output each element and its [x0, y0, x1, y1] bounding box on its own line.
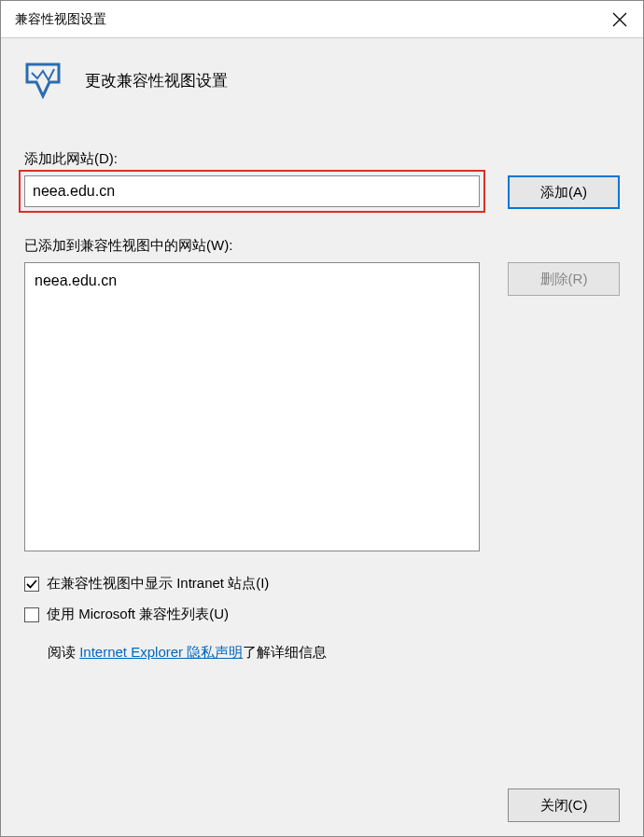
site-listbox[interactable]: neea.edu.cn	[24, 262, 480, 551]
close-button[interactable]	[596, 1, 643, 38]
add-site-label: 添加此网站(D):	[24, 150, 620, 168]
dialog-footer: 关闭(C)	[24, 760, 620, 822]
add-site-input[interactable]	[24, 175, 480, 207]
compatibility-icon	[24, 62, 62, 99]
header-text: 更改兼容性视图设置	[85, 70, 228, 91]
intranet-checkbox-row: 在兼容性视图中显示 Intranet 站点(I)	[24, 575, 620, 593]
dialog-content: 更改兼容性视图设置 添加此网站(D): 添加(A) 已添加到兼容性视图中的网站(…	[1, 38, 643, 836]
compatibility-view-settings-dialog: 兼容性视图设置 更改兼容性视图设置 添加此网站(D): 添加(A) 已添加到兼容…	[0, 0, 644, 837]
microsoft-list-checkbox-row: 使用 Microsoft 兼容性列表(U)	[24, 606, 620, 623]
checkmark-icon	[26, 579, 37, 590]
microsoft-list-checkbox-label: 使用 Microsoft 兼容性列表(U)	[47, 606, 229, 623]
list-item[interactable]: neea.edu.cn	[35, 271, 469, 291]
privacy-suffix: 了解详细信息	[243, 644, 327, 660]
remove-button: 删除(R)	[508, 262, 620, 296]
privacy-prefix: 阅读	[48, 644, 79, 660]
privacy-link[interactable]: Internet Explorer 隐私声明	[79, 644, 243, 660]
site-list-label: 已添加到兼容性视图中的网站(W):	[24, 237, 620, 255]
intranet-checkbox-label: 在兼容性视图中显示 Intranet 站点(I)	[47, 575, 269, 593]
privacy-info: 阅读 Internet Explorer 隐私声明了解详细信息	[48, 644, 620, 662]
intranet-checkbox[interactable]	[24, 577, 39, 592]
close-icon	[612, 12, 627, 27]
add-site-row: 添加(A)	[24, 175, 620, 209]
microsoft-list-checkbox[interactable]	[24, 607, 39, 622]
site-list-row: neea.edu.cn 删除(R)	[24, 262, 620, 551]
titlebar: 兼容性视图设置	[1, 1, 643, 38]
close-dialog-button[interactable]: 关闭(C)	[508, 788, 620, 822]
add-site-input-wrap	[24, 175, 480, 207]
dialog-title: 兼容性视图设置	[15, 11, 106, 28]
add-button[interactable]: 添加(A)	[508, 175, 620, 209]
header-row: 更改兼容性视图设置	[24, 62, 620, 99]
